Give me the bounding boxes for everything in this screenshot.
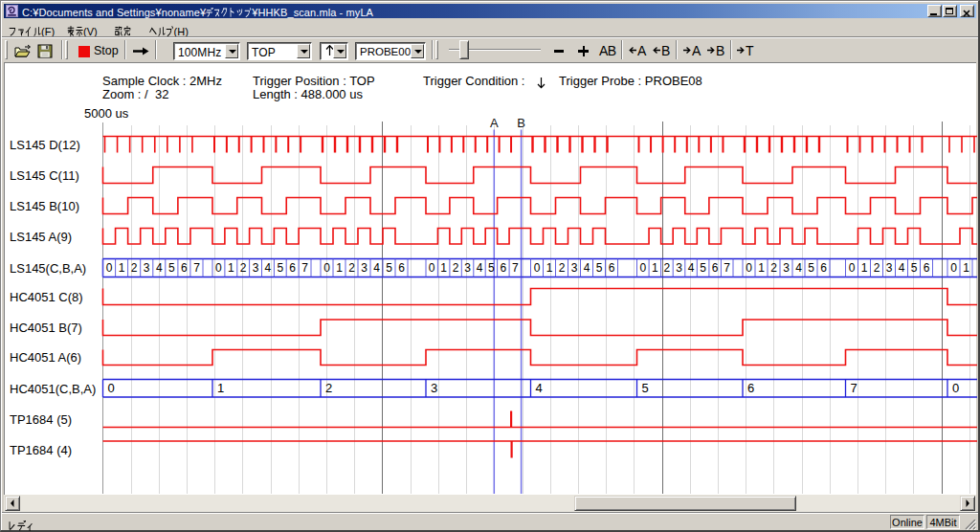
svg-text:4: 4 — [536, 381, 543, 395]
svg-text:2: 2 — [325, 381, 332, 395]
svg-text:6: 6 — [747, 381, 754, 395]
svg-text:0: 0 — [323, 261, 330, 275]
svg-text:0: 0 — [746, 261, 752, 275]
svg-text:2: 2 — [240, 261, 247, 275]
svg-text:7: 7 — [301, 261, 308, 275]
svg-text:3: 3 — [886, 261, 893, 275]
svg-text:0: 0 — [429, 261, 435, 275]
svg-text:1: 1 — [119, 261, 125, 275]
svg-text:1: 1 — [440, 261, 447, 275]
svg-text:2: 2 — [664, 261, 671, 275]
svg-text:3: 3 — [253, 261, 259, 275]
svg-text:2: 2 — [453, 261, 459, 275]
svg-text:4: 4 — [899, 261, 905, 275]
svg-text:4: 4 — [584, 261, 590, 275]
svg-text:1: 1 — [861, 261, 868, 275]
svg-text:6: 6 — [500, 261, 506, 275]
svg-text:0: 0 — [106, 261, 113, 275]
svg-text:6: 6 — [924, 261, 930, 275]
svg-text:4: 4 — [688, 261, 695, 275]
svg-text:B: B — [517, 116, 525, 130]
svg-text:3: 3 — [464, 261, 471, 275]
svg-text:1: 1 — [963, 261, 969, 275]
svg-text:5: 5 — [277, 261, 283, 275]
svg-text:A: A — [490, 116, 499, 130]
svg-text:5: 5 — [642, 381, 649, 395]
svg-text:5: 5 — [386, 261, 392, 275]
svg-text:0: 0 — [639, 261, 646, 275]
svg-text:6: 6 — [609, 261, 615, 275]
svg-text:5: 5 — [808, 261, 814, 275]
svg-text:3: 3 — [431, 381, 437, 395]
svg-text:3: 3 — [571, 261, 578, 275]
svg-text:6: 6 — [712, 261, 719, 275]
svg-text:5: 5 — [488, 261, 495, 275]
svg-text:4: 4 — [373, 261, 380, 275]
svg-text:4: 4 — [795, 261, 802, 275]
svg-text:4: 4 — [477, 261, 483, 275]
svg-text:4: 4 — [265, 261, 272, 275]
svg-text:2: 2 — [874, 261, 880, 275]
svg-text:7: 7 — [724, 261, 730, 275]
svg-text:2: 2 — [770, 261, 777, 275]
svg-text:0: 0 — [108, 381, 115, 395]
svg-text:0: 0 — [950, 261, 957, 275]
svg-text:7: 7 — [193, 261, 200, 275]
svg-text:3: 3 — [361, 261, 368, 275]
svg-text:1: 1 — [652, 261, 658, 275]
svg-text:6: 6 — [289, 261, 296, 275]
svg-text:0: 0 — [534, 261, 541, 275]
svg-text:3: 3 — [783, 261, 790, 275]
svg-text:2: 2 — [348, 261, 355, 275]
svg-text:3: 3 — [144, 261, 150, 275]
svg-text:2: 2 — [559, 261, 566, 275]
svg-text:6: 6 — [820, 261, 827, 275]
svg-text:0: 0 — [849, 261, 856, 275]
svg-text:1: 1 — [217, 381, 224, 395]
svg-text:2: 2 — [131, 261, 138, 275]
svg-text:1: 1 — [228, 261, 234, 275]
svg-text:5: 5 — [168, 261, 175, 275]
svg-text:7: 7 — [851, 381, 858, 395]
svg-text:1: 1 — [758, 261, 765, 275]
svg-text:0: 0 — [952, 381, 959, 395]
svg-text:0: 0 — [215, 261, 222, 275]
svg-text:1: 1 — [336, 261, 343, 275]
svg-text:5: 5 — [700, 261, 706, 275]
svg-text:3: 3 — [676, 261, 682, 275]
svg-text:5: 5 — [596, 261, 603, 275]
svg-text:6: 6 — [181, 261, 188, 275]
svg-text:6: 6 — [398, 261, 405, 275]
svg-text:7: 7 — [512, 261, 519, 275]
svg-text:5: 5 — [911, 261, 918, 275]
svg-text:1: 1 — [546, 261, 553, 275]
svg-text:4: 4 — [156, 261, 163, 275]
